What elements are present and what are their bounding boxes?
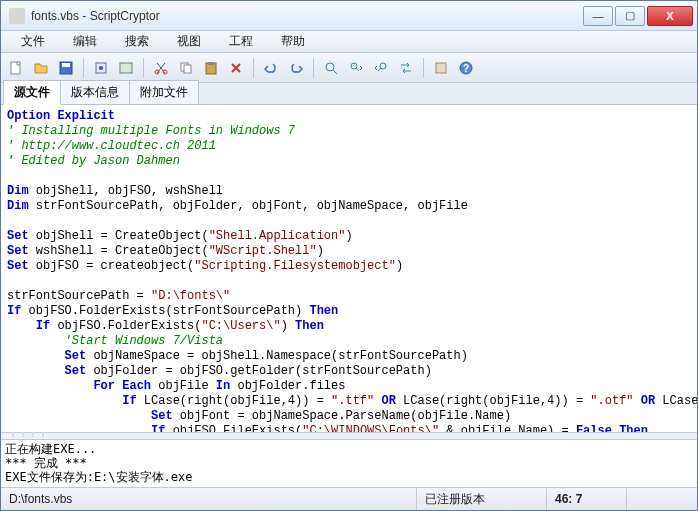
svg-rect-5	[120, 63, 132, 73]
minimize-button[interactable]: —	[583, 6, 613, 26]
menu-project[interactable]: 工程	[215, 31, 267, 52]
copy-button[interactable]	[175, 57, 197, 79]
menu-file[interactable]: 文件	[7, 31, 59, 52]
find-button[interactable]	[320, 57, 342, 79]
svg-rect-9	[184, 65, 191, 73]
status-path: D:\fonts.vbs	[1, 488, 417, 510]
tab-version-info[interactable]: 版本信息	[60, 80, 130, 104]
new-file-button[interactable]	[5, 57, 27, 79]
title-bar: fonts.vbs - ScriptCryptor — ▢ X	[1, 1, 697, 31]
tab-source[interactable]: 源文件	[3, 80, 61, 105]
delete-button[interactable]	[225, 57, 247, 79]
code-editor[interactable]: Option Explicit ' Installing multiple Fo…	[1, 105, 697, 432]
main-window: fonts.vbs - ScriptCryptor — ▢ X 文件 编辑 搜索…	[0, 0, 698, 511]
redo-button[interactable]	[285, 57, 307, 79]
status-spacer	[627, 488, 697, 510]
status-cursor-position: 46: 7	[547, 488, 627, 510]
settings-button[interactable]	[430, 57, 452, 79]
find-prev-button[interactable]	[370, 57, 392, 79]
splitter-handle[interactable]: ⋮⋮⋮⋮	[1, 432, 697, 440]
help-button[interactable]: ?	[455, 57, 477, 79]
svg-rect-15	[436, 63, 446, 73]
menu-help[interactable]: 帮助	[267, 31, 319, 52]
svg-point-4	[99, 66, 103, 70]
find-next-button[interactable]	[345, 57, 367, 79]
status-registration: 已注册版本	[417, 488, 547, 510]
build-button[interactable]	[90, 57, 112, 79]
output-pane[interactable]: 正在构建EXE... *** 完成 *** EXE文件保存为:E:\安装字体.e…	[1, 440, 697, 488]
cut-button[interactable]	[150, 57, 172, 79]
close-button[interactable]: X	[647, 6, 693, 26]
window-title: fonts.vbs - ScriptCryptor	[31, 9, 581, 23]
svg-point-12	[326, 63, 334, 71]
menu-view[interactable]: 视图	[163, 31, 215, 52]
maximize-button[interactable]: ▢	[615, 6, 645, 26]
menu-search[interactable]: 搜索	[111, 31, 163, 52]
status-bar: D:\fonts.vbs 已注册版本 46: 7	[1, 488, 697, 510]
app-icon	[9, 8, 25, 24]
replace-button[interactable]	[395, 57, 417, 79]
open-file-button[interactable]	[30, 57, 52, 79]
tab-extra-files[interactable]: 附加文件	[129, 80, 199, 104]
svg-text:?: ?	[463, 63, 469, 74]
menu-bar: 文件 编辑 搜索 视图 工程 帮助	[1, 31, 697, 53]
save-button[interactable]	[55, 57, 77, 79]
svg-rect-11	[208, 62, 214, 65]
paste-button[interactable]	[200, 57, 222, 79]
svg-rect-0	[11, 62, 20, 74]
toolbar: ?	[1, 53, 697, 83]
undo-button[interactable]	[260, 57, 282, 79]
run-button[interactable]	[115, 57, 137, 79]
svg-rect-2	[62, 63, 70, 67]
editor-tabs: 源文件 版本信息 附加文件	[1, 83, 697, 105]
menu-edit[interactable]: 编辑	[59, 31, 111, 52]
